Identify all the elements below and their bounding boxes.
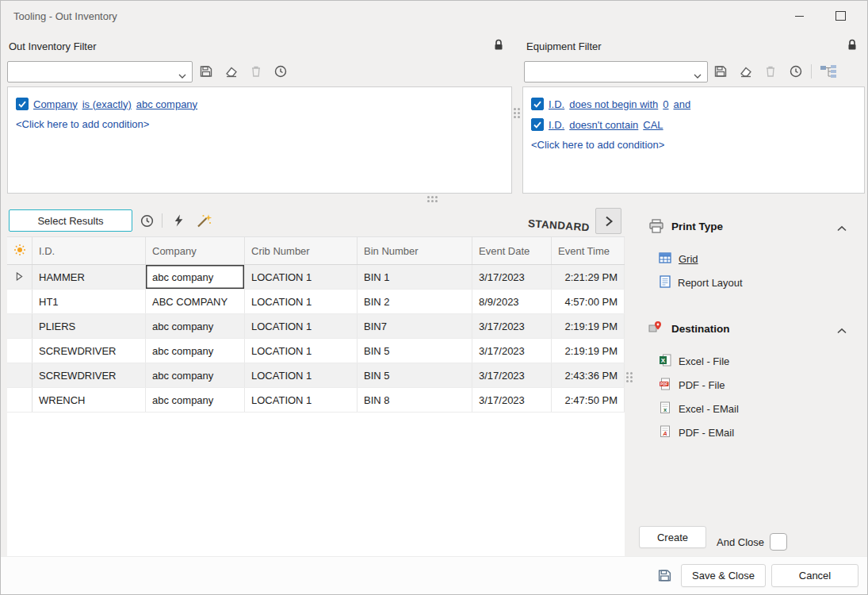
cell-id[interactable]: WRENCH [33,388,146,412]
minimize-button[interactable] [783,4,815,28]
out-filter-dropdown[interactable] [7,61,193,83]
cell-crib-number[interactable]: LOCATION 1 [245,314,358,338]
cell-bin-number[interactable]: BIN 5 [358,339,472,363]
cell-event-time[interactable]: 2:43:36 PM [552,363,625,387]
destination-option-excel-email[interactable]: x Excel - EMail [659,400,739,417]
cell-company[interactable]: abc company [146,339,245,363]
condition-field-link[interactable]: Company [33,98,78,110]
cell-event-date[interactable]: 3/17/2023 [472,388,552,412]
column-header-bin-number[interactable]: Bin Number [358,237,472,264]
cell-event-date[interactable]: 3/17/2023 [472,339,552,363]
splitter-handle[interactable] [626,372,633,382]
cell-event-time[interactable]: 2:19:19 PM [552,339,625,363]
save-filter-button[interactable] [710,61,731,82]
cell-event-date[interactable]: 8/9/2023 [472,290,552,313]
collapse-destination-button[interactable] [833,322,851,340]
save-filter-button[interactable] [196,61,216,82]
grid-settings-header[interactable] [7,237,33,264]
condition-operator-link[interactable]: doesn't contain [569,119,638,131]
cell-crib-number[interactable]: LOCATION 1 [245,265,358,289]
history-button[interactable] [136,210,157,231]
cancel-button[interactable]: Cancel [771,564,858,587]
column-header-id[interactable]: I.D. [33,237,146,264]
cell-id[interactable]: PLIERS [33,314,146,338]
out-filter-conditions-panel[interactable]: Company is (exactly) abc company <Click … [7,86,512,194]
cell-crib-number[interactable]: LOCATION 1 [245,339,358,363]
cell-event-time[interactable]: 2:21:29 PM [552,265,625,289]
column-header-crib-number[interactable]: Crib Number [245,237,358,264]
create-button[interactable]: Create [639,526,706,548]
option-label[interactable]: Excel - File [679,355,729,367]
print-type-option-report-layout[interactable]: Report Layout [660,274,743,291]
destination-option-excel-file[interactable]: X Excel - File [659,352,729,370]
condition-value-link[interactable]: abc company [136,98,197,110]
column-header-company[interactable]: Company [146,237,245,264]
cell-event-date[interactable]: 3/17/2023 [472,314,552,338]
option-label[interactable]: Grid [679,253,698,265]
cell-bin-number[interactable]: BIN 2 [358,290,472,313]
splitter-handle[interactable] [427,196,438,202]
cell-id[interactable]: HT1 [33,290,146,313]
splitter-handle[interactable] [514,108,520,118]
delete-filter-button[interactable] [246,61,266,82]
delete-filter-button[interactable] [760,61,781,82]
cell-bin-number[interactable]: BIN 5 [358,363,472,387]
add-condition-link[interactable]: <Click here to add condition> [16,114,503,135]
destination-option-pdf-email[interactable]: A PDF - EMail [659,424,734,441]
cell-event-date[interactable]: 3/17/2023 [472,265,552,289]
save-layout-button[interactable] [654,565,675,585]
execute-lightning-button[interactable] [168,210,189,231]
equipment-hierarchy-icon[interactable] [817,61,839,82]
condition-checkbox[interactable] [16,98,29,110]
condition-checkbox[interactable] [531,118,544,131]
collapse-print-type-button[interactable] [833,220,851,237]
condition-value-link[interactable]: 0 [663,98,668,110]
option-label[interactable]: PDF - File [679,379,725,391]
clear-filter-button[interactable] [221,61,242,82]
cell-bin-number[interactable]: BIN 8 [358,388,472,412]
cell-event-time[interactable]: 2:47:50 PM [552,388,625,412]
cell-company[interactable]: abc company [146,265,245,289]
cell-id[interactable]: SCREWDRIVER [33,339,146,363]
cell-company[interactable]: ABC COMPANY [146,290,245,313]
cell-crib-number[interactable]: LOCATION 1 [245,388,358,412]
condition-joiner-link[interactable]: and [674,98,691,110]
maximize-button[interactable] [824,4,856,28]
filter-history-button[interactable] [270,61,291,82]
and-close-checkbox[interactable] [770,533,787,551]
condition-field-link[interactable]: I.D. [549,98,564,110]
condition-operator-link[interactable]: does not begin with [569,98,658,110]
option-label[interactable]: Report Layout [678,277,743,289]
cell-crib-number[interactable]: LOCATION 1 [245,290,358,313]
cell-id[interactable]: HAMMER [33,265,146,289]
cell-event-date[interactable]: 3/17/2023 [472,363,552,387]
cell-bin-number[interactable]: BIN 1 [358,265,472,289]
condition-field-link[interactable]: I.D. [549,119,564,131]
select-results-button[interactable]: Select Results [9,209,132,232]
column-header-event-date[interactable]: Event Date [472,237,552,264]
column-header-event-time[interactable]: Event Time [552,237,625,264]
condition-operator-link[interactable]: is (exactly) [82,98,132,110]
condition-checkbox[interactable] [531,98,544,110]
cell-bin-number[interactable]: BIN7 [358,314,472,338]
option-label[interactable]: Excel - EMail [679,403,739,415]
cell-id[interactable]: SCREWDRIVER [33,363,146,387]
add-condition-link[interactable]: <Click here to add condition> [531,135,856,155]
filter-history-button[interactable] [786,61,806,82]
save-and-close-button[interactable]: Save & Close [681,564,766,587]
cell-company[interactable]: abc company [146,363,245,387]
wizard-wand-button[interactable] [193,210,214,231]
equipment-filter-conditions-panel[interactable]: I.D. does not begin with 0 and I.D. does… [522,86,865,194]
condition-value-link[interactable]: CAL [643,119,663,131]
cell-event-time[interactable]: 4:57:00 PM [552,290,625,313]
cell-company[interactable]: abc company [146,388,245,412]
equipment-filter-dropdown[interactable] [524,61,708,83]
expand-panel-button[interactable] [595,208,621,234]
print-type-option-grid[interactable]: Grid [659,250,698,267]
clear-filter-button[interactable] [736,61,756,82]
cell-event-time[interactable]: 2:19:19 PM [552,314,625,338]
destination-option-pdf-file[interactable]: PDF PDF - File [659,376,725,393]
cell-crib-number[interactable]: LOCATION 1 [245,363,358,387]
title-bar[interactable]: Tooling - Out Inventory [1,1,867,33]
cell-company[interactable]: abc company [146,314,245,338]
